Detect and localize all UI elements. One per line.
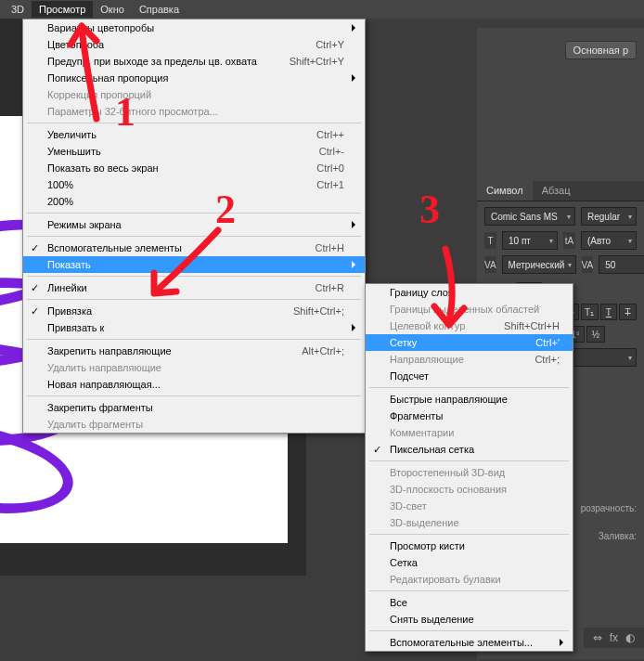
show-submenu-item-24[interactable]: Вспомогательные элементы... xyxy=(366,634,573,651)
view-menu-item-15[interactable]: Вспомогательные элементыCtrl+H xyxy=(23,240,365,256)
show-submenu-item-17[interactable]: Просмотр кисти xyxy=(366,538,573,554)
menu-item-label: Сетка xyxy=(390,557,418,568)
view-menu-item-18[interactable]: ЛинейкиCtrl+R xyxy=(23,279,365,296)
font-family-select[interactable]: Comic Sans MS xyxy=(484,207,575,226)
menu-item-label: Уменьшить xyxy=(47,146,101,157)
view-menu-item-20[interactable]: ПривязкаShift+Ctrl+; xyxy=(23,303,365,319)
mask-icon[interactable]: ◐ xyxy=(625,631,635,644)
menu-item-label: Второстепенный 3D-вид xyxy=(390,467,505,478)
menu-item-label: Увеличить xyxy=(47,129,97,140)
subscript-button[interactable]: T₁ xyxy=(581,304,599,320)
view-menu-item-9[interactable]: Показать во весь экранCtrl+0 xyxy=(23,160,365,176)
tab-character[interactable]: Символ xyxy=(477,181,533,201)
show-submenu-item-18[interactable]: Сетка xyxy=(366,554,573,571)
kerning-select[interactable]: Метрический xyxy=(502,255,576,274)
view-menu-item-21[interactable]: Привязать к xyxy=(23,319,365,336)
show-submenu-item-3[interactable]: СеткуCtrl+' xyxy=(366,334,573,351)
workspace-button[interactable]: Основная р xyxy=(565,41,637,59)
show-submenu-item-8[interactable]: Фрагменты xyxy=(366,408,573,424)
show-submenu-item-5[interactable]: Подсчет xyxy=(366,368,573,384)
menu-item-label: Предупр. при выходе за пределы цв. охват… xyxy=(47,56,257,67)
view-menu-item-10[interactable]: 100%Ctrl+1 xyxy=(23,176,365,193)
menu-item-label: Попиксельная пропорция xyxy=(47,72,168,84)
menu-item-label: Показать во весь экран xyxy=(47,162,159,174)
menu-item-label: Параметры 32-битного просмотра... xyxy=(47,106,218,117)
view-menu-separator xyxy=(27,123,361,123)
view-menu-item-4: Коррекция пропорций xyxy=(23,86,365,103)
show-submenu-separator xyxy=(369,387,569,388)
menu-window[interactable]: Окно xyxy=(93,1,132,18)
tab-paragraph[interactable]: Абзац xyxy=(533,181,580,201)
font-style-select[interactable]: Regular xyxy=(581,207,637,226)
menu-item-label: Целевой контур xyxy=(390,320,465,331)
strike-button[interactable]: T xyxy=(619,304,637,320)
view-menu-item-0[interactable]: Варианты цветопробы xyxy=(23,19,365,36)
menu-item-shortcut: Ctrl+R xyxy=(316,282,344,293)
menu-item-label: Направляющие xyxy=(390,354,464,365)
fx-icon[interactable]: fx xyxy=(610,631,618,644)
menu-item-label: Сетку xyxy=(390,337,417,348)
menu-item-shortcut: Shift+Ctrl+; xyxy=(293,305,344,317)
menu-item-shortcut: Alt+Ctrl+; xyxy=(302,345,344,356)
view-menu-item-27[interactable]: Закрепить фрагменты xyxy=(23,399,365,416)
show-submenu-item-21[interactable]: Все xyxy=(366,594,573,611)
menu-item-shortcut: Ctrl+Y xyxy=(316,39,344,50)
view-menu-item-25[interactable]: Новая направляющая... xyxy=(23,376,365,393)
menu-view[interactable]: Просмотр xyxy=(32,1,93,18)
show-submenu-item-10[interactable]: Пиксельная сетка xyxy=(366,441,573,458)
tracking-icon: VA xyxy=(582,256,594,273)
view-menu-item-3[interactable]: Попиксельная пропорция xyxy=(23,70,365,86)
view-menu-item-7[interactable]: УвеличитьCtrl++ xyxy=(23,126,365,143)
link-icon[interactable]: ⇔ xyxy=(593,631,602,644)
show-submenu-item-2: Целевой контурShift+Ctrl+H xyxy=(366,318,573,334)
menu-item-label: Варианты цветопробы xyxy=(47,22,154,33)
menu-item-label: Все xyxy=(390,597,407,608)
fill-label: Заливка: xyxy=(599,531,637,541)
show-submenu-item-22[interactable]: Снять выделение xyxy=(366,611,573,628)
view-menu-item-8[interactable]: УменьшитьCtrl+- xyxy=(23,143,365,160)
menu-item-shortcut: Shift+Ctrl+Y xyxy=(290,56,344,67)
view-menu-separator xyxy=(27,276,361,277)
tracking-select[interactable]: 50 xyxy=(599,255,644,274)
menu-item-label: Линейки xyxy=(47,282,87,293)
menu-item-label: Привязать к xyxy=(47,322,104,333)
view-menu-separator xyxy=(27,236,361,237)
menu-help[interactable]: Справка xyxy=(132,1,187,18)
view-menu-item-1[interactable]: ЦветопробаCtrl+Y xyxy=(23,36,365,53)
menu-item-label: Удалить фрагменты xyxy=(47,419,143,430)
menu-item-label: Быстрые направляющие xyxy=(390,394,508,405)
menu-3d[interactable]: 3D xyxy=(4,1,32,18)
view-menu-item-16[interactable]: Показать xyxy=(23,256,365,273)
view-menu-item-23[interactable]: Закрепить направляющиеAlt+Ctrl+; xyxy=(23,343,365,359)
show-submenu-item-15: 3D-выделение xyxy=(366,514,573,531)
font-size-icon: T xyxy=(484,232,496,249)
opacity-label: розрачность: xyxy=(581,503,637,513)
leading-select[interactable]: (Авто xyxy=(581,231,637,250)
menu-item-label: 3D-свет xyxy=(390,500,427,512)
view-menu-item-2[interactable]: Предупр. при выходе за пределы цв. охват… xyxy=(23,53,365,70)
show-submenu-separator xyxy=(369,590,569,591)
show-submenu-item-0[interactable]: Границу слоя xyxy=(366,284,573,301)
menu-item-label: 100% xyxy=(47,179,73,190)
underline-button[interactable]: T xyxy=(600,304,618,320)
menubar: 3D Просмотр Окно Справка xyxy=(0,0,644,19)
show-submenu-item-12: Второстепенный 3D-вид xyxy=(366,464,573,481)
panel-tabs: Символ Абзац xyxy=(477,181,644,201)
view-menu-item-13[interactable]: Режимы экрана xyxy=(23,216,365,233)
half-button[interactable]: ½ xyxy=(586,326,605,343)
view-menu-separator xyxy=(27,299,361,300)
menu-item-shortcut: Ctrl++ xyxy=(316,129,344,140)
show-submenu-item-14: 3D-свет xyxy=(366,498,573,514)
show-submenu-item-13: 3D-плоскость основания xyxy=(366,481,573,498)
menu-item-label: Коррекция пропорций xyxy=(47,89,151,100)
show-submenu-item-4: НаправляющиеCtrl+; xyxy=(366,351,573,368)
menu-item-label: Показать xyxy=(47,259,91,270)
show-submenu-item-7[interactable]: Быстрые направляющие xyxy=(366,391,573,408)
font-size-select[interactable]: 10 пт xyxy=(502,231,558,250)
menu-item-label: Пиксельная сетка xyxy=(390,444,474,455)
annotation-3: 3 xyxy=(419,186,440,233)
menu-item-label: Закрепить направляющие xyxy=(47,345,172,356)
show-submenu-separator xyxy=(369,630,569,631)
menu-item-shortcut: Ctrl+1 xyxy=(316,179,344,190)
view-menu-item-11[interactable]: 200% xyxy=(23,193,365,210)
